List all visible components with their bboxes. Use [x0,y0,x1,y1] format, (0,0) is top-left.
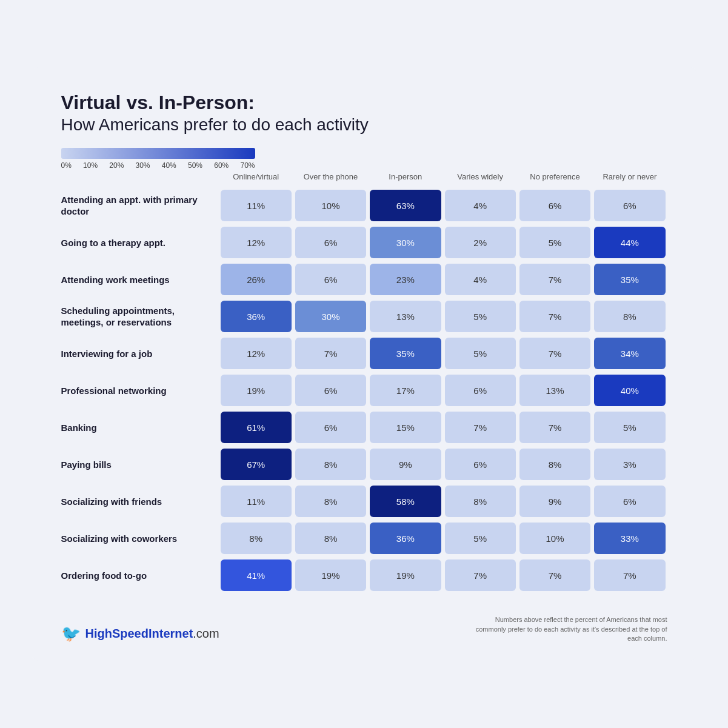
data-cell: 3% [594,449,665,480]
data-cell: 33% [594,523,665,554]
table-row: Attending work meetings26%6%23%4%7%35% [61,262,667,296]
table-row: Interviewing for a job12%7%35%5%7%34% [61,336,667,370]
table-row: Scheduling appointments, meetings, or re… [61,299,667,333]
data-cell: 6% [445,449,516,480]
row-label: Interviewing for a job [61,336,219,370]
table-row: Socializing with friends11%8%58%8%9%6% [61,484,667,518]
table-body: Attending an appt. with primary doctor11… [61,189,667,592]
data-cell: 7% [445,412,516,443]
table-row: Going to a therapy appt.12%6%30%2%5%44% [61,225,667,259]
row-label: Socializing with friends [61,484,219,518]
col-header-phone: Over the phone [293,170,368,185]
data-cell: 8% [221,523,292,554]
title-section: Virtual vs. In-Person: How Americans pre… [61,91,667,136]
data-table: Online/virtual Over the phone In-person … [61,170,667,592]
data-cell: 5% [445,301,516,332]
data-cell: 5% [519,227,590,258]
data-cell: 6% [519,190,590,221]
col-header-inperson: In-person [368,170,442,185]
table-row: Paying bills67%8%9%6%8%3% [61,447,667,481]
logo: 🐦 HighSpeedInternet.com [61,624,219,643]
data-cell: 9% [370,449,441,480]
data-cell: 67% [221,449,292,480]
data-cell: 6% [295,264,366,295]
data-cell: 12% [221,338,292,369]
table-row: Ordering food to-go41%19%19%7%7%7% [61,558,667,592]
data-cell: 8% [445,486,516,517]
data-cell: 5% [445,338,516,369]
data-cell: 7% [519,338,590,369]
data-cell: 41% [221,559,292,591]
data-cell: 5% [445,523,516,554]
data-cell: 8% [594,301,665,332]
row-label: Attending an appt. with primary doctor [61,189,219,222]
data-cell: 35% [594,264,665,295]
data-cell: 10% [295,190,366,221]
table-header: Online/virtual Over the phone In-person … [61,170,667,185]
footer: 🐦 HighSpeedInternet.com Numbers above re… [61,609,667,643]
data-cell: 23% [370,264,441,295]
data-cell: 63% [370,190,441,221]
row-label: Scheduling appointments, meetings, or re… [61,299,219,333]
data-cell: 6% [594,190,665,221]
data-cell: 26% [221,264,292,295]
data-cell: 36% [221,301,292,332]
data-cell: 7% [519,559,590,591]
data-cell: 7% [594,559,665,591]
logo-text-bold: HighSpeedInternet [85,627,193,640]
row-label: Socializing with coworkers [61,521,219,555]
title-line2: How Americans prefer to do each activity [61,114,667,136]
row-label: Paying bills [61,447,219,481]
data-cell: 13% [370,301,441,332]
col-header-online: Online/virtual [219,170,293,185]
data-cell: 40% [594,375,665,406]
title-line1: Virtual vs. In-Person: [61,91,667,114]
data-cell: 11% [221,190,292,221]
row-label: Professional networking [61,373,219,407]
data-cell: 9% [519,486,590,517]
data-cell: 12% [221,227,292,258]
legend-labels: 0% 10% 20% 30% 40% 50% 60% 70% [61,161,255,170]
data-cell: 5% [594,412,665,443]
data-cell: 7% [445,559,516,591]
legend-gradient [61,148,255,159]
data-cell: 7% [519,412,590,443]
logo-bird-icon: 🐦 [61,624,81,643]
data-cell: 7% [519,301,590,332]
data-cell: 4% [445,190,516,221]
data-cell: 8% [295,523,366,554]
table-row: Banking61%6%15%7%7%5% [61,410,667,444]
data-cell: 17% [370,375,441,406]
data-cell: 7% [295,338,366,369]
data-cell: 10% [519,523,590,554]
col-header-rarely: Rarely or never [592,170,667,185]
row-label: Banking [61,410,219,444]
row-label: Ordering food to-go [61,558,219,592]
logo-text: HighSpeedInternet.com [85,627,219,641]
data-cell: 7% [519,264,590,295]
table-row: Professional networking19%6%17%6%13%40% [61,373,667,407]
data-cell: 6% [295,227,366,258]
row-label: Going to a therapy appt. [61,225,219,259]
data-cell: 35% [370,338,441,369]
data-cell: 2% [445,227,516,258]
data-cell: 19% [221,375,292,406]
col-header-nopref: No preference [518,170,592,185]
data-cell: 4% [445,264,516,295]
main-card: Virtual vs. In-Person: How Americans pre… [31,67,698,662]
col-header-varies: Varies widely [443,170,518,185]
data-cell: 6% [445,375,516,406]
data-cell: 44% [594,227,665,258]
data-cell: 58% [370,486,441,517]
data-cell: 36% [370,523,441,554]
disclaimer: Numbers above reflect the percent of Ame… [473,615,667,643]
data-cell: 8% [519,449,590,480]
data-cell: 11% [221,486,292,517]
data-cell: 8% [295,449,366,480]
data-cell: 19% [370,559,441,591]
table-row: Attending an appt. with primary doctor11… [61,189,667,222]
logo-text-dot-com: .com [193,627,219,640]
data-cell: 8% [295,486,366,517]
data-cell: 6% [594,486,665,517]
legend: 0% 10% 20% 30% 40% 50% 60% 70% [61,148,667,170]
